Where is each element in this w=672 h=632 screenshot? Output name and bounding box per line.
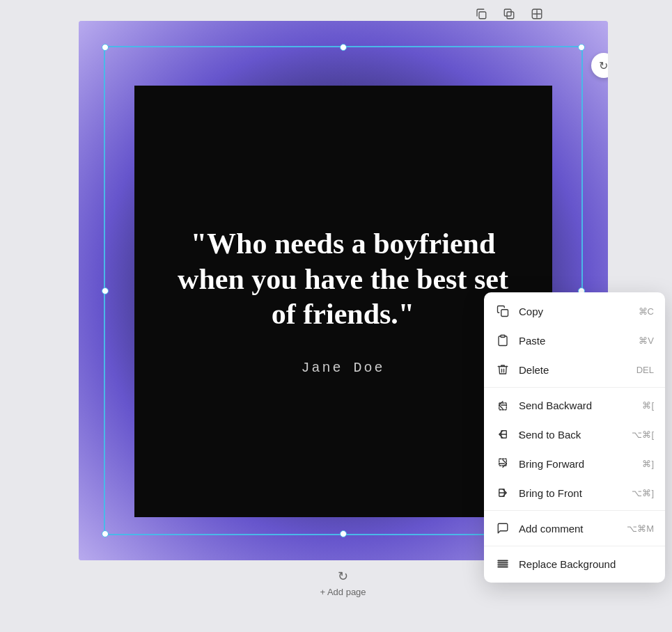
bring-to-front-icon xyxy=(495,485,510,500)
menu-item-delete[interactable]: Delete DEL xyxy=(484,355,665,384)
menu-item-bring-forward[interactable]: Bring Forward ⌘] xyxy=(484,449,665,478)
paste-shortcut: ⌘V xyxy=(639,335,654,346)
add-comment-label: Add comment xyxy=(519,523,618,535)
replace-bg-label: Replace Background xyxy=(519,558,654,570)
menu-item-add-comment[interactable]: Add comment ⌥⌘M xyxy=(484,514,665,543)
svg-rect-2 xyxy=(507,12,514,19)
delete-shortcut: DEL xyxy=(636,365,654,375)
bring-forward-label: Bring Forward xyxy=(519,458,634,470)
divider-2 xyxy=(484,510,665,511)
bring-forward-icon xyxy=(495,456,510,471)
svg-rect-5 xyxy=(501,335,505,338)
copy-label: Copy xyxy=(519,306,630,317)
menu-item-send-backward[interactable]: Send Backward ⌘[ ↕ xyxy=(484,390,665,420)
send-backward-shortcut: ⌘[ xyxy=(642,400,654,411)
quote-text: "Who needs a boyfriend when you have the… xyxy=(162,226,524,331)
svg-rect-0 xyxy=(479,12,486,19)
bring-to-front-label: Bring to Front xyxy=(519,487,623,499)
paste-label: Paste xyxy=(519,335,630,347)
svg-rect-1 xyxy=(504,9,511,16)
add-page-refresh-icon: ↻ xyxy=(338,569,348,584)
divider-1 xyxy=(484,387,665,388)
delete-label: Delete xyxy=(519,364,628,376)
copy-icon xyxy=(495,303,510,319)
author-text: Jane Doe xyxy=(301,360,384,376)
bring-to-front-shortcut: ⌥⌘] xyxy=(632,488,654,498)
add-page-button[interactable]: ↻ + Add page xyxy=(320,569,366,597)
add-comment-shortcut: ⌥⌘M xyxy=(627,523,654,534)
svg-rect-4 xyxy=(501,310,508,317)
menu-item-paste[interactable]: Paste ⌘V xyxy=(484,326,665,355)
paste-icon xyxy=(495,333,510,348)
send-backward-label: Send Backward xyxy=(519,400,634,411)
send-to-back-label: Send to Back xyxy=(519,429,623,441)
divider-3 xyxy=(484,546,665,546)
comment-icon xyxy=(495,521,510,536)
menu-item-replace-background[interactable]: Replace Background xyxy=(484,549,665,578)
send-to-back-icon xyxy=(495,427,510,442)
add-page-label: + Add page xyxy=(320,587,366,597)
menu-item-bring-to-front[interactable]: Bring to Front ⌥⌘] xyxy=(484,478,665,507)
replace-bg-icon xyxy=(495,556,510,571)
send-backward-icon xyxy=(495,397,510,413)
menu-item-send-to-back[interactable]: Send to Back ⌥⌘[ xyxy=(484,420,665,449)
send-to-back-shortcut: ⌥⌘[ xyxy=(632,429,654,440)
menu-item-copy[interactable]: Copy ⌘C xyxy=(484,297,665,326)
trash-icon xyxy=(495,362,510,377)
context-menu: Copy ⌘C Paste ⌘V Delete DEL Send Backwar… xyxy=(484,292,665,583)
bring-forward-shortcut: ⌘] xyxy=(642,459,654,469)
copy-shortcut: ⌘C xyxy=(639,306,654,317)
